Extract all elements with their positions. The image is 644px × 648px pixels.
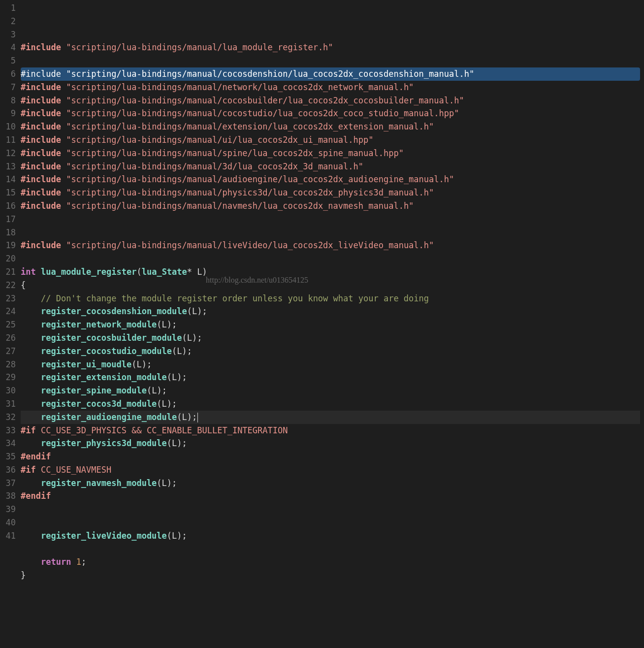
code-line[interactable]: {: [21, 279, 640, 292]
code-line[interactable]: #endif: [21, 450, 640, 463]
token-ident: [21, 333, 41, 343]
line-number: 11: [3, 133, 16, 147]
code-line[interactable]: #include "scripting/lua-bindings/manual/…: [21, 41, 640, 54]
code-line[interactable]: #include "scripting/lua-bindings/manual/…: [21, 133, 640, 147]
line-number: 34: [3, 437, 16, 450]
token-ident: L: [172, 438, 177, 448]
token-brace: {: [21, 280, 26, 290]
code-line[interactable]: int lua_module_register(lua_State* L): [21, 265, 640, 279]
code-line[interactable]: #include "scripting/lua-bindings/manual/…: [21, 173, 640, 186]
code-line[interactable]: register_liveVideo_module(L);: [21, 529, 640, 543]
code-line[interactable]: #if CC_USE_NAVMESH: [21, 463, 640, 477]
code-line[interactable]: register_cocosbuilder_module(L);: [21, 331, 640, 345]
token-preproc: #include: [21, 188, 61, 197]
code-line[interactable]: [21, 226, 640, 239]
code-area[interactable]: http://blog.csdn.net/u013654125 #include…: [21, 0, 644, 583]
code-line[interactable]: [21, 516, 640, 529]
line-number: 16: [3, 199, 16, 213]
code-line[interactable]: register_cocostudio_module(L);: [21, 345, 640, 358]
token-ident: [21, 346, 41, 356]
line-number: 12: [3, 147, 16, 160]
line-number: 13: [3, 160, 16, 173]
line-number: 20: [3, 252, 16, 265]
token-func: register_physics3d_module: [41, 438, 167, 448]
code-line[interactable]: register_navmesh_module(L);: [21, 477, 640, 490]
line-number: 22: [3, 279, 16, 292]
code-line[interactable]: register_cocosdenshion_module(L);: [21, 305, 640, 318]
token-ident: [61, 82, 66, 92]
token-paren: (: [157, 399, 161, 409]
line-number-gutter: 1234567891011121314151617181920212223242…: [0, 0, 21, 583]
token-paren: ): [192, 333, 197, 343]
token-number: 1: [76, 557, 81, 567]
code-line[interactable]: #include "scripting/lua-bindings/manual/…: [21, 94, 640, 107]
token-preproc: #include: [21, 148, 61, 158]
code-line[interactable]: #include "scripting/lua-bindings/manual/…: [21, 160, 640, 173]
token-ident: [21, 386, 41, 395]
token-ident: [61, 162, 66, 171]
code-line[interactable]: #include "scripting/lua-bindings/manual/…: [21, 67, 640, 81]
line-number: 14: [3, 173, 16, 186]
code-line[interactable]: [21, 213, 640, 226]
code-line[interactable]: [21, 252, 640, 265]
line-number: 18: [3, 226, 16, 239]
code-line[interactable]: #include "scripting/lua-bindings/manual/…: [21, 186, 640, 199]
token-ident: L: [192, 267, 202, 277]
code-line[interactable]: [21, 54, 640, 67]
code-line[interactable]: #include "scripting/lua-bindings/manual/…: [21, 120, 640, 133]
code-line[interactable]: // Don't change the module register orde…: [21, 292, 640, 305]
code-line[interactable]: #include "scripting/lua-bindings/manual/…: [21, 81, 640, 94]
token-paren: (: [182, 333, 187, 343]
token-preproc: #include: [21, 42, 61, 52]
token-string: "scripting/lua-bindings/manual/3d/lua_co…: [66, 162, 363, 171]
code-editor[interactable]: 1234567891011121314151617181920212223242…: [0, 0, 644, 583]
token-paren: (: [157, 320, 161, 329]
line-number: 40: [3, 516, 16, 529]
code-line[interactable]: [21, 543, 640, 556]
code-line[interactable]: #include "scripting/lua-bindings/manual/…: [21, 199, 640, 213]
token-ident: [61, 174, 66, 184]
code-line[interactable]: register_cocos3d_module(L);: [21, 397, 640, 411]
code-line[interactable]: register_audioengine_module(L);: [21, 411, 640, 424]
code-line[interactable]: register_spine_module(L);: [21, 384, 640, 397]
token-punct: *: [187, 267, 192, 277]
code-line[interactable]: #include "scripting/lua-bindings/manual/…: [21, 239, 640, 252]
token-ident: [21, 306, 41, 316]
token-brace: }: [21, 570, 26, 580]
token-punct: ;: [147, 359, 152, 369]
code-line[interactable]: }: [21, 569, 640, 582]
code-line[interactable]: #include "scripting/lua-bindings/manual/…: [21, 107, 640, 120]
token-paren: ): [182, 346, 187, 356]
code-line[interactable]: #include "scripting/lua-bindings/manual/…: [21, 147, 640, 160]
line-number: 10: [3, 120, 16, 133]
code-line[interactable]: register_ui_moudle(L);: [21, 358, 640, 371]
token-func: register_ui_moudle: [41, 359, 131, 369]
code-line[interactable]: return 1;: [21, 555, 640, 569]
token-func: register_cocos3d_module: [41, 399, 157, 409]
token-ident: [21, 320, 41, 329]
code-line[interactable]: register_network_module(L);: [21, 318, 640, 331]
code-line[interactable]: [21, 503, 640, 516]
token-keyword: int: [21, 267, 36, 277]
line-number: 36: [3, 463, 16, 477]
line-number: 23: [3, 292, 16, 305]
token-ident: [21, 399, 41, 409]
token-paren: (: [131, 359, 136, 369]
token-preproc: #include: [21, 135, 61, 145]
token-punct: ;: [172, 478, 177, 488]
code-line[interactable]: register_physics3d_module(L);: [21, 437, 640, 450]
token-ident: [21, 531, 41, 541]
token-ident: [21, 372, 41, 382]
token-ident: [36, 267, 41, 277]
code-line[interactable]: #if CC_USE_3D_PHYSICS && CC_ENABLE_BULLE…: [21, 424, 640, 437]
token-func: register_cocosbuilder_module: [41, 333, 182, 343]
token-ident: [61, 240, 66, 250]
token-ident: [61, 148, 66, 158]
token-macro: CC_USE_3D_PHYSICS && CC_ENABLE_BULLET_IN…: [41, 425, 288, 435]
code-line[interactable]: #endif: [21, 489, 640, 503]
token-punct: ;: [172, 320, 177, 329]
token-string: "scripting/lua-bindings/manual/cocosdens…: [66, 69, 474, 79]
token-string: "scripting/lua-bindings/manual/lua_modul…: [66, 42, 333, 52]
code-line[interactable]: register_extension_module(L);: [21, 371, 640, 384]
line-number: 38: [3, 489, 16, 503]
